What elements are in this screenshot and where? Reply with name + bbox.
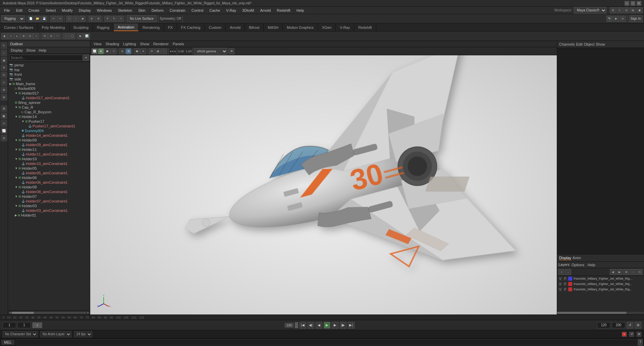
menu-control[interactable]: Control	[189, 8, 206, 13]
tab-custom[interactable]: Custom	[205, 23, 226, 31]
delete-layer-icon[interactable]: -	[565, 269, 571, 275]
tab-rendering[interactable]: Rendering	[139, 23, 164, 31]
tab-animation[interactable]: Animation	[114, 23, 139, 31]
search-filter-icon[interactable]: ▼	[83, 55, 89, 61]
layer-more-icon[interactable]: ⋯	[630, 269, 636, 275]
layer-color-swatch-1[interactable]	[568, 277, 572, 281]
tree-item-persp[interactable]: 📷 persp	[8, 63, 90, 67]
max-frame-input[interactable]	[612, 322, 625, 328]
select-icon[interactable]: ⬡	[66, 16, 72, 22]
layer-options-icon[interactable]: ⊞	[623, 269, 629, 275]
tree-item-pusher17-constraint[interactable]: ⚓ Pusher17_aimConstraint1	[8, 124, 90, 128]
tree-item-holder09-constraint[interactable]: ⚓ Holder09_aimConstraint1	[8, 142, 90, 147]
manip-tool-icon[interactable]: ⊕	[1, 86, 7, 93]
frame-indicator[interactable]: 1	[32, 322, 42, 328]
prev-frame-icon[interactable]: ◀	[610, 269, 616, 275]
layers-scroll-thumb[interactable]	[557, 312, 627, 314]
tree-item-holder10-constraint[interactable]: ⚓ Holder10_aimConstraint1	[8, 161, 90, 166]
xray-button[interactable]: ◎	[119, 48, 125, 54]
tree-item-holder09[interactable]: ▼ ⊞ Holder09	[8, 138, 90, 142]
viewport-menu-panels[interactable]: Panels	[171, 42, 185, 46]
rotate-tool-icon[interactable]: ↻	[1, 72, 7, 78]
tab-sculpting[interactable]: Sculpting	[69, 23, 93, 31]
ghost-icon[interactable]: ◌	[63, 33, 69, 39]
sign-in-button[interactable]: Sign In	[629, 15, 643, 22]
channels-menu-object[interactable]: Object	[584, 42, 594, 46]
channels-menu-channels[interactable]: Channels	[559, 42, 575, 46]
camera-icon[interactable]: 📷	[606, 16, 612, 22]
tab-fx[interactable]: FX	[164, 23, 177, 31]
tab-fx-caching[interactable]: FX Caching	[177, 23, 205, 31]
tree-item-holder06[interactable]: ▼ ⊞ Holder06	[8, 175, 90, 180]
prev-key-button[interactable]: ◀|	[308, 322, 314, 329]
tree-item-wing-spinner[interactable]: ⊞ Wing_spinner	[8, 100, 90, 105]
render-icon[interactable]: ▶	[613, 16, 619, 22]
tree-item-holder08[interactable]: ▼ ⊞ Holder08	[8, 185, 90, 189]
scroll-left-icon[interactable]: ◀	[9, 311, 11, 314]
tab-redshift[interactable]: Redshift	[354, 23, 376, 31]
outliner-search-input[interactable]	[9, 55, 83, 61]
lasso-tool-icon[interactable]: ○	[1, 50, 7, 56]
tree-item-front[interactable]: 📷 front	[8, 72, 90, 77]
viewport-menu-renderer[interactable]: Renderer	[152, 42, 170, 46]
menu-arnold[interactable]: Arnold	[257, 8, 273, 13]
viewport-menu-view[interactable]: View	[92, 42, 103, 46]
tree-item-holder01[interactable]: ▶ ⊞ Holder01	[8, 213, 90, 218]
new-layer-icon[interactable]: +	[558, 269, 565, 275]
color-settings-button[interactable]: ⚙	[228, 48, 234, 54]
scale-tool-icon[interactable]: ⤡	[1, 79, 7, 86]
tree-item-holder10[interactable]: ▼ ⊞ Holder10	[8, 157, 90, 161]
layout-icon-1[interactable]: ⊞	[610, 7, 616, 13]
character-set-selector[interactable]: No Character Set	[3, 331, 38, 337]
play-button[interactable]: ▶	[324, 322, 330, 329]
menu-deform[interactable]: Deform	[149, 8, 166, 13]
outliner-scrollbar[interactable]: ◀ ▶	[8, 310, 90, 314]
flat-shade-button[interactable]: ▣	[104, 48, 110, 54]
outliner-icon[interactable]: ≡	[1, 120, 7, 127]
snap-grid-icon[interactable]: ⊕	[89, 16, 95, 22]
move-icon[interactable]: ✛	[104, 16, 110, 22]
menu-cache[interactable]: Cache	[207, 8, 223, 13]
snap-icon[interactable]: ⊗	[1, 94, 7, 101]
menu-3dtoall[interactable]: 3DtoAll	[239, 8, 257, 13]
tab-bifrost[interactable]: Bifrost	[245, 23, 264, 31]
redo-icon[interactable]: ↪	[57, 16, 63, 22]
layer-playback-2[interactable]: P	[564, 282, 567, 286]
tree-item-side[interactable]: 📷 side	[8, 77, 90, 81]
end-frame-input[interactable]	[597, 322, 610, 328]
breakdown-icon[interactable]: ⊞	[20, 33, 26, 39]
layer-end-icon[interactable]: ⊡	[637, 269, 643, 275]
no-live-surface-button[interactable]: No Live Surface	[127, 15, 157, 22]
menu-edit[interactable]: Edit	[13, 8, 25, 13]
save-file-icon[interactable]: 💾	[41, 16, 47, 22]
tree-item-holder11-constraint[interactable]: ⚓ Holder11_aimConstraint1	[8, 152, 90, 157]
next-frame-button[interactable]: ▶	[332, 322, 338, 329]
viewport-3d-canvas[interactable]: 30	[90, 55, 557, 314]
grid-button[interactable]: #	[140, 48, 146, 54]
select-tool-icon[interactable]: ↖	[1, 42, 7, 49]
set-key-icon[interactable]: ◆	[1, 33, 7, 39]
anim-editor-icon[interactable]: 📊	[84, 33, 90, 39]
menu-create[interactable]: Create	[26, 8, 42, 13]
menu-display[interactable]: Display	[76, 8, 94, 13]
viewport-menu-shading[interactable]: Shading	[104, 42, 120, 46]
channels-menu-edit[interactable]: Edit	[576, 42, 582, 46]
tree-item-holder14-constraint[interactable]: ⚓ Holder14_aimConstraint1	[8, 133, 90, 138]
tree-item-holder03-constraint[interactable]: ⚓ Holder03_aimConstraint1	[8, 208, 90, 213]
onion-icon[interactable]: ◯	[69, 33, 75, 39]
camera-gate-button[interactable]: ⊡	[149, 48, 155, 54]
motion-path-icon[interactable]: 〰	[54, 33, 60, 39]
mel-input[interactable]	[16, 339, 638, 345]
layers-tab-display[interactable]: Display	[559, 256, 571, 260]
viewport-menu-lighting[interactable]: Lighting	[122, 42, 138, 46]
menu-redshift[interactable]: Redshift	[274, 8, 293, 13]
tree-item-holder017[interactable]: ▼ ⊞ Holder017	[8, 91, 90, 96]
status-icon-1[interactable]: ⊞	[637, 332, 641, 337]
mel-help-button[interactable]: ?	[638, 339, 643, 346]
tab-vray[interactable]: V-Ray	[336, 23, 354, 31]
menu-skeleton[interactable]: Skeleton	[115, 8, 135, 13]
anim-curve-icon[interactable]: ≈	[33, 33, 39, 39]
playhead-marker[interactable]	[295, 322, 298, 328]
menu-help[interactable]: Help	[294, 8, 307, 13]
tab-arnold[interactable]: Arnold	[226, 23, 245, 31]
